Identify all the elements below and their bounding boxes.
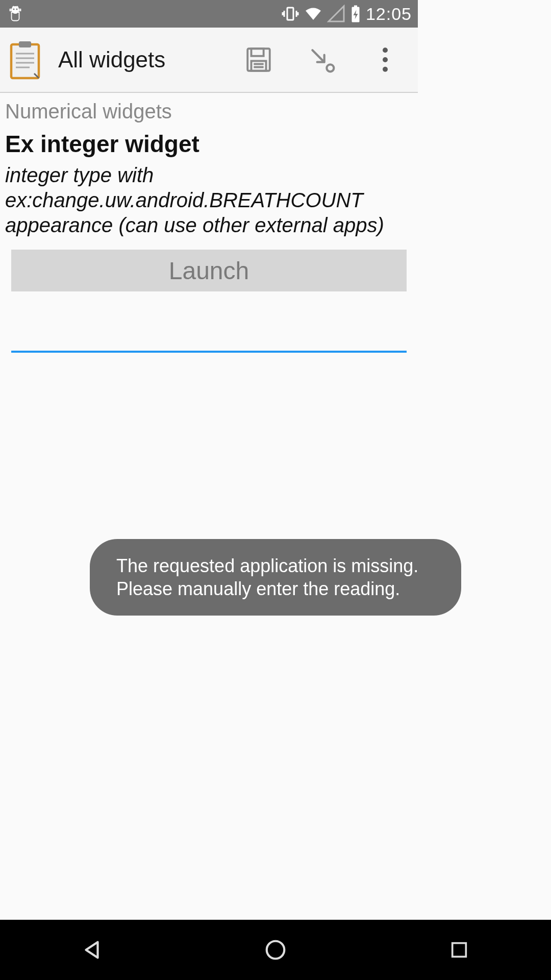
section-header: Numerical widgets [5, 100, 413, 123]
overflow-menu-button[interactable] [369, 43, 402, 76]
svg-rect-5 [354, 6, 357, 8]
app-bar: All widgets [0, 28, 418, 93]
value-input[interactable] [11, 312, 407, 353]
goto-button[interactable] [306, 43, 338, 76]
debug-icon [6, 5, 24, 23]
save-button[interactable] [242, 43, 275, 76]
widget-description: integer type with ex:change.uw.android.B… [5, 163, 413, 237]
status-right: 12:05 [281, 4, 412, 24]
svg-rect-7 [19, 41, 31, 47]
status-bar: 12:05 [0, 0, 418, 28]
svg-point-0 [12, 6, 19, 14]
svg-point-18 [383, 47, 388, 53]
svg-rect-14 [252, 61, 266, 70]
launch-button[interactable]: Launch [11, 250, 407, 291]
main-content: Numerical widgets Ex integer widget inte… [0, 93, 418, 357]
svg-point-2 [16, 9, 18, 10]
wifi-icon [304, 5, 323, 23]
svg-point-19 [383, 57, 388, 62]
status-left [6, 5, 24, 23]
toast-message: The requested application is missing. Pl… [90, 539, 418, 616]
clipboard-icon [8, 40, 42, 80]
svg-rect-13 [252, 48, 264, 56]
cellular-icon [327, 5, 345, 23]
vibrate-icon [281, 5, 299, 23]
widget-title: Ex integer widget [5, 130, 413, 158]
svg-point-20 [383, 67, 388, 72]
svg-rect-3 [287, 8, 293, 20]
svg-point-1 [13, 9, 15, 10]
battery-charging-icon [349, 5, 362, 23]
toast-text: The requested application is missing. Pl… [116, 555, 418, 599]
svg-point-17 [327, 64, 334, 71]
status-time: 12:05 [366, 4, 412, 24]
app-title: All widgets [58, 47, 242, 72]
action-icons [242, 43, 410, 76]
